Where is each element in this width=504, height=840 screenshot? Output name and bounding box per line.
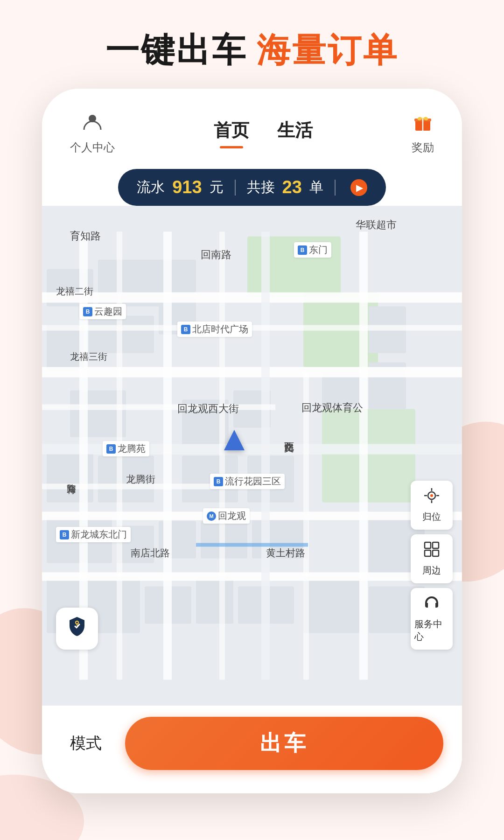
header-text-orange: 海量订单 xyxy=(257,28,399,73)
svg-rect-50 xyxy=(303,372,309,680)
service-btn[interactable]: 服务中心 xyxy=(411,588,453,650)
label-liuxing: B流行花园三区 xyxy=(210,474,285,489)
map-buttons: 归位 周边 xyxy=(411,481,453,650)
orders-unit: 单 xyxy=(309,178,323,197)
mode-button[interactable]: 模式 xyxy=(61,728,111,759)
locate-label: 归位 xyxy=(422,511,441,523)
svg-rect-42 xyxy=(163,232,172,680)
personal-center-label: 个人中心 xyxy=(70,140,115,155)
nav-bar: 个人中心 首页 生活 xyxy=(42,89,462,164)
phone-inner: 个人中心 首页 生活 xyxy=(42,89,462,793)
tab-home-label: 首页 xyxy=(214,119,249,142)
label-longteng-street: 龙腾街 xyxy=(126,473,155,486)
svg-rect-46 xyxy=(42,405,275,410)
label-yunqu: B云趣园 xyxy=(79,304,126,319)
label-huinan-road: 回南路 xyxy=(201,248,231,262)
nav-center: 首页 生活 xyxy=(214,119,313,148)
locate-icon xyxy=(423,487,440,508)
metro-icon-huilong: M xyxy=(207,511,216,521)
nearby-icon xyxy=(423,541,440,561)
svg-rect-40 xyxy=(42,573,462,581)
person-icon xyxy=(82,112,103,137)
bus-icon-longteng: B xyxy=(106,444,116,454)
svg-rect-39 xyxy=(42,512,462,520)
page-header: 一键出车 海量订单 xyxy=(0,28,504,73)
map-area[interactable]: 育知路 回南路 B东门 龙禧二街 B云趣园 B北店时代广场 龙禧三街 回龙观西大… xyxy=(42,206,462,706)
label-longxi-2: 龙禧二街 xyxy=(56,285,93,298)
svg-rect-49 xyxy=(219,232,225,680)
svg-rect-36 xyxy=(42,293,462,303)
location-marker xyxy=(224,430,245,450)
nearby-btn[interactable]: 周边 xyxy=(411,534,453,583)
revenue-value: 913 xyxy=(172,177,202,197)
stats-bar-container: 流水 913 元 共接 23 单 ▶ xyxy=(42,164,462,206)
shield-btn[interactable] xyxy=(56,608,98,650)
phone-frame: 个人中心 首页 生活 xyxy=(42,89,462,793)
label-huilong: M回龙观 xyxy=(203,508,250,524)
bus-icon-xinlong: B xyxy=(60,530,69,539)
svg-rect-43 xyxy=(261,232,270,680)
personal-center-nav[interactable]: 个人中心 xyxy=(70,112,115,155)
label-nandian: 南店北路 xyxy=(131,546,170,560)
label-xinlong: B新龙城东北门 xyxy=(56,527,131,542)
start-drive-button[interactable]: 出车 xyxy=(125,717,443,770)
arrow-icon: ▶ xyxy=(356,182,363,193)
tab-life-label: 生活 xyxy=(277,119,313,142)
stats-arrow-btn[interactable]: ▶ xyxy=(350,179,367,196)
tab-home-underline xyxy=(220,146,243,148)
svg-rect-60 xyxy=(425,550,431,556)
orders-value: 23 xyxy=(282,177,302,197)
label-huilong-west: 回龙观西大街 xyxy=(177,402,239,416)
stats-divider-2 xyxy=(335,180,336,196)
label-longteng-yuan: B龙腾苑 xyxy=(103,441,149,456)
rewards-nav[interactable]: 奖励 xyxy=(412,112,434,155)
svg-rect-10 xyxy=(47,325,84,372)
revenue-label: 流水 xyxy=(137,178,165,197)
label-yuzhi-road-top: 育知路 xyxy=(70,229,101,243)
svg-rect-58 xyxy=(425,542,431,548)
tab-life[interactable]: 生活 xyxy=(277,119,313,148)
svg-rect-25 xyxy=(303,577,359,633)
rewards-label: 奖励 xyxy=(412,140,434,155)
service-icon xyxy=(423,595,440,615)
bus-icon-beitian: B xyxy=(181,325,190,334)
svg-rect-45 xyxy=(42,325,462,331)
shield-icon xyxy=(66,615,88,643)
svg-rect-7 xyxy=(322,409,415,503)
gift-icon xyxy=(413,112,433,137)
stats-divider xyxy=(235,180,236,196)
service-label: 服务中心 xyxy=(414,618,449,643)
revenue-unit: 元 xyxy=(210,178,224,197)
svg-rect-37 xyxy=(42,367,462,378)
stats-bar[interactable]: 流水 913 元 共接 23 单 ▶ xyxy=(118,169,386,206)
bottom-bar: 模式 出车 xyxy=(42,706,462,793)
svg-rect-59 xyxy=(433,542,439,548)
bus-icon-liuxing: B xyxy=(214,477,223,486)
svg-rect-44 xyxy=(359,232,368,680)
svg-rect-23 xyxy=(196,577,233,624)
locate-btn[interactable]: 归位 xyxy=(411,481,453,530)
tab-home[interactable]: 首页 xyxy=(214,119,249,148)
label-beitian: B北店时代广场 xyxy=(177,322,252,337)
label-hualian: 华联超市 xyxy=(356,218,397,232)
nearby-label: 周边 xyxy=(422,564,441,577)
label-huangtu: 黄土村路 xyxy=(266,546,305,560)
svg-rect-61 xyxy=(433,550,439,556)
header-text-black: 一键出车 xyxy=(105,28,247,73)
bus-icon-yunqu: B xyxy=(83,307,92,316)
svg-point-53 xyxy=(430,494,433,497)
label-huilong-sport: 回龙观体育公 xyxy=(301,401,363,415)
bus-icon-dongmen: B xyxy=(298,245,307,255)
tab-life-underline xyxy=(283,146,307,148)
label-dongmen: B东门 xyxy=(294,242,331,258)
orders-label: 共接 xyxy=(247,178,275,197)
label-longxi-3: 龙禧三街 xyxy=(70,350,107,363)
